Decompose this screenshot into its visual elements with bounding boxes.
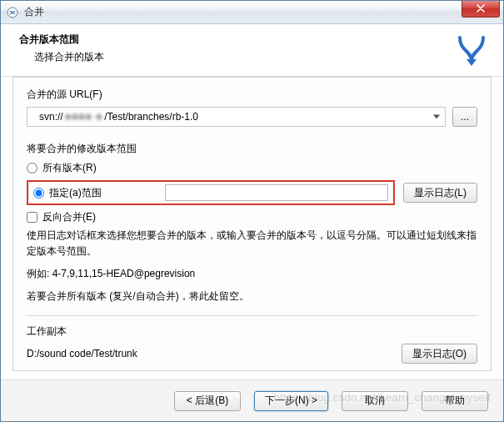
specific-range-radio[interactable]: 指定(a)范围 bbox=[33, 186, 158, 200]
dialog-window: 合并 合并版本范围 选择合并的版本 合并的源 URL(F) svn://■■■■… bbox=[0, 0, 504, 422]
working-copy-path: D:/sound code/Test/trunk bbox=[27, 348, 393, 359]
revision-help-text: 使用日志对话框来选择您想要合并的版本，或输入要合并的版本号，以逗号分隔。可以通过… bbox=[27, 228, 477, 259]
reverse-merge-checkbox-input[interactable] bbox=[27, 212, 37, 223]
header-title: 合并版本范围 bbox=[19, 33, 447, 47]
source-url-label: 合并的源 URL(F) bbox=[27, 88, 477, 102]
source-url-redacted: ■■■■ ■ bbox=[65, 111, 103, 123]
all-revisions-radio[interactable]: 所有版本(R) bbox=[27, 161, 97, 175]
merge-logo-icon bbox=[453, 33, 490, 69]
show-log-button[interactable]: 显示日志(L) bbox=[403, 183, 477, 203]
working-copy-row: D:/sound code/Test/trunk 显示日志(O) bbox=[27, 344, 477, 364]
all-revisions-row: 所有版本(R) bbox=[27, 161, 477, 175]
specific-range-highlight: 指定(a)范围 bbox=[27, 180, 395, 205]
back-button[interactable]: < 后退(B) bbox=[174, 391, 241, 411]
browse-button[interactable]: ... bbox=[452, 107, 477, 127]
revision-range-input[interactable] bbox=[165, 184, 388, 201]
help-button[interactable]: 帮助 bbox=[422, 391, 488, 411]
all-revisions-radio-input[interactable] bbox=[27, 163, 37, 173]
source-url-combobox[interactable]: svn://■■■■ ■/Test/branches/rb-1.0 bbox=[27, 107, 446, 127]
close-button[interactable] bbox=[462, 1, 500, 18]
next-button[interactable]: 下一步(N) > bbox=[254, 391, 328, 411]
header-text: 合并版本范围 选择合并的版本 bbox=[19, 33, 447, 64]
specific-range-radio-label: 指定(a)范围 bbox=[49, 186, 102, 200]
show-log-wc-button[interactable]: 显示日志(O) bbox=[402, 344, 477, 364]
cancel-button[interactable]: 取消 bbox=[342, 391, 408, 411]
dialog-header: 合并版本范围 选择合并的版本 bbox=[1, 24, 503, 77]
source-url-row: svn://■■■■ ■/Test/branches/rb-1.0 ... bbox=[27, 107, 477, 127]
source-url-prefix: svn:// bbox=[39, 111, 63, 123]
app-icon bbox=[6, 6, 19, 19]
divider bbox=[27, 315, 477, 316]
close-icon bbox=[477, 4, 485, 13]
content-panel: 合并的源 URL(F) svn://■■■■ ■/Test/branches/r… bbox=[12, 77, 492, 371]
titlebar: 合并 bbox=[1, 1, 503, 24]
window-title: 合并 bbox=[24, 5, 462, 19]
source-url-suffix: /Test/branches/rb-1.0 bbox=[104, 111, 198, 123]
specific-range-radio-input[interactable] bbox=[33, 188, 44, 198]
header-subtitle: 选择合并的版本 bbox=[19, 50, 447, 64]
dialog-footer: < 后退(B) 下一步(N) > 取消 帮助 bbox=[1, 379, 503, 421]
all-revisions-radio-label: 所有版本(R) bbox=[42, 161, 97, 175]
specific-range-row: 指定(a)范围 显示日志(L) bbox=[27, 180, 477, 205]
reverse-merge-label: 反向合并(E) bbox=[42, 210, 96, 224]
chevron-down-icon bbox=[433, 115, 440, 119]
reverse-merge-checkbox[interactable]: 反向合并(E) bbox=[27, 210, 477, 224]
revision-note-text: 若要合并所有版本 (复兴/自动合并)，将此处留空。 bbox=[27, 289, 477, 304]
dialog-body: 合并的源 URL(F) svn://■■■■ ■/Test/branches/r… bbox=[1, 77, 503, 379]
working-copy-label: 工作副本 bbox=[27, 324, 477, 339]
revision-range-label: 将要合并的修改版本范围 bbox=[27, 142, 477, 156]
revision-example-text: 例如: 4-7,9,11,15-HEAD@pegrevision bbox=[27, 267, 477, 281]
